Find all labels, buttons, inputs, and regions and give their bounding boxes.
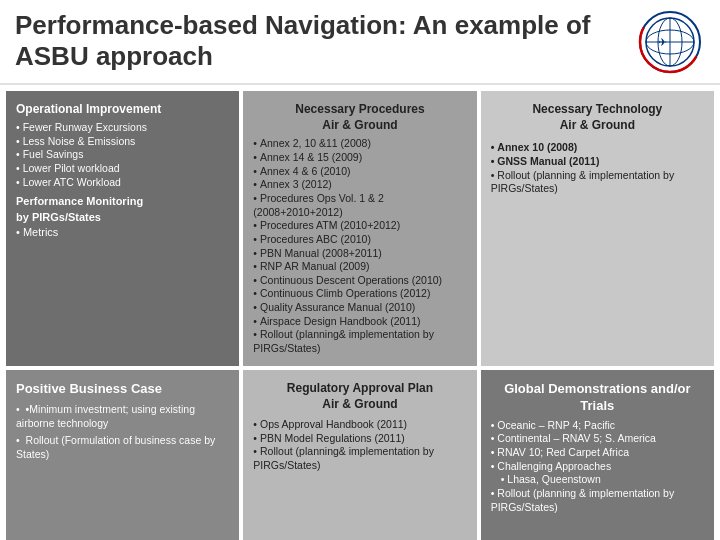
p3-title: Necessary Technology Air & Ground bbox=[491, 101, 704, 133]
list-item: Annex 14 & 15 (2009) bbox=[253, 151, 466, 165]
necessary-procedures-piece: Necessary Procedures Air & Ground Annex … bbox=[241, 89, 478, 368]
p4-title: Positive Business Case bbox=[16, 380, 229, 398]
list-item: •Minimum investment; using existing airb… bbox=[16, 403, 229, 430]
list-item: Challenging Approaches bbox=[491, 460, 704, 474]
svg-text:✈: ✈ bbox=[658, 36, 667, 48]
p6-title: Global Demonstrations and/or Trials bbox=[491, 380, 704, 415]
header: Performance-based Navigation: An example… bbox=[0, 0, 720, 85]
list-item: Lhasa, Queenstown bbox=[491, 473, 704, 487]
list-item: RNAV 10; Red Carpet Africa bbox=[491, 446, 704, 460]
p1-items: Fewer Runway Excursions Less Noise & Emi… bbox=[16, 121, 229, 189]
list-item: Rollout (planning& implementation by PIR… bbox=[253, 445, 466, 472]
list-item: Fewer Runway Excursions bbox=[16, 121, 229, 135]
global-demonstrations-piece: Global Demonstrations and/or Trials Ocea… bbox=[479, 368, 716, 540]
operational-improvement-piece: Operational Improvement Fewer Runway Exc… bbox=[4, 89, 241, 368]
list-item: Continuous Climb Operations (2012) bbox=[253, 287, 466, 301]
positive-business-piece: Positive Business Case •Minimum investme… bbox=[4, 368, 241, 540]
list-item: RNP AR Manual (2009) bbox=[253, 260, 466, 274]
list-item: Continuous Descent Operations (2010) bbox=[253, 274, 466, 288]
p1-metrics: • Metrics bbox=[16, 225, 229, 240]
content-area: Operational Improvement Fewer Runway Exc… bbox=[0, 85, 720, 530]
p6-items: Oceanic – RNP 4; Pacific Continental – R… bbox=[491, 419, 704, 514]
logo: ✈ bbox=[635, 10, 705, 75]
p1-bold-1: Performance Monitoringby PIRGs/States bbox=[16, 194, 229, 225]
list-item: PBN Manual (2008+2011) bbox=[253, 247, 466, 261]
list-item: Airspace Design Handbook (2011) bbox=[253, 315, 466, 329]
necessary-technology-piece: Necessary Technology Air & Ground Annex … bbox=[479, 89, 716, 368]
list-item: Ops Approval Handbook (2011) bbox=[253, 418, 466, 432]
list-item: Fuel Savings bbox=[16, 148, 229, 162]
list-item: Annex 4 & 6 (2010) bbox=[253, 165, 466, 179]
list-item: Procedures ABC (2010) bbox=[253, 233, 466, 247]
list-item: Quality Assurance Manual (2010) bbox=[253, 301, 466, 315]
list-item: Less Noise & Emissions bbox=[16, 135, 229, 149]
p5-items: Ops Approval Handbook (2011) PBN Model R… bbox=[253, 418, 466, 473]
puzzle-grid: Operational Improvement Fewer Runway Exc… bbox=[0, 85, 720, 540]
list-item: PBN Model Regulations (2011) bbox=[253, 432, 466, 446]
p4-items: •Minimum investment; using existing airb… bbox=[16, 403, 229, 462]
list-item: Lower Pilot workload bbox=[16, 162, 229, 176]
page-title: Performance-based Navigation: An example… bbox=[15, 10, 615, 72]
list-item: Rollout (planning & implementation by PI… bbox=[491, 487, 704, 514]
list-item: Rollout (planning & implementation by PI… bbox=[491, 169, 704, 196]
p2-title: Necessary Procedures Air & Ground bbox=[253, 101, 466, 133]
list-item: Procedures Ops Vol. 1 & 2 (2008+2010+201… bbox=[253, 192, 466, 219]
list-item: Annex 3 (2012) bbox=[253, 178, 466, 192]
regulatory-approval-piece: Regulatory Approval Plan Air & Ground Op… bbox=[241, 368, 478, 540]
p5-title: Regulatory Approval Plan Air & Ground bbox=[253, 380, 466, 412]
p2-items: Annex 2, 10 &11 (2008) Annex 14 & 15 (20… bbox=[253, 137, 466, 355]
p3-items: Annex 10 (2008) GNSS Manual (2011) Rollo… bbox=[491, 141, 704, 196]
list-item: Annex 10 (2008) bbox=[491, 141, 704, 155]
list-item: Rollout (Formulation of business case by… bbox=[16, 434, 229, 461]
list-item: Annex 2, 10 &11 (2008) bbox=[253, 137, 466, 151]
p1-title: Operational Improvement bbox=[16, 101, 229, 117]
list-item: Lower ATC Workload bbox=[16, 176, 229, 190]
list-item: Procedures ATM (2010+2012) bbox=[253, 219, 466, 233]
list-item: GNSS Manual (2011) bbox=[491, 155, 704, 169]
list-item: Continental – RNAV 5; S. America bbox=[491, 432, 704, 446]
list-item: Rollout (planning& implementation by PIR… bbox=[253, 328, 466, 355]
list-item: Oceanic – RNP 4; Pacific bbox=[491, 419, 704, 433]
